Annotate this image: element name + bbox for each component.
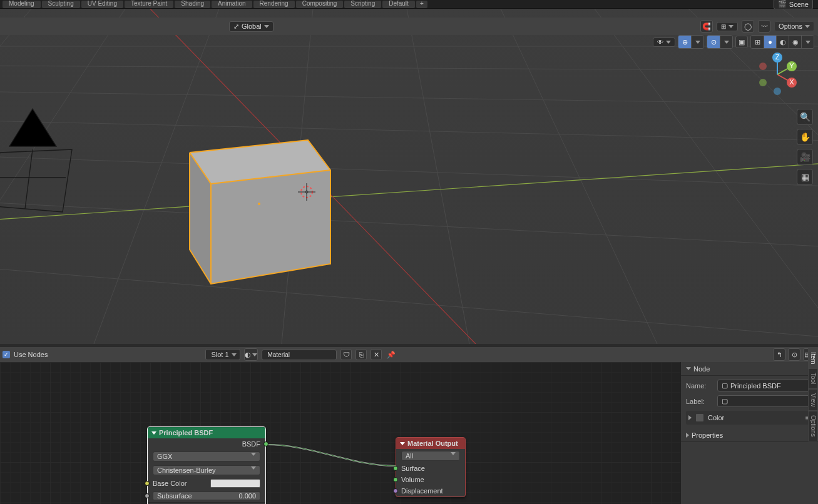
overlay-toggle[interactable]: ⊙ xyxy=(707,36,720,48)
output-target-dropdown[interactable]: All xyxy=(401,451,460,461)
label-label: Label: xyxy=(686,398,713,405)
scene-icon: 🎬 xyxy=(778,0,787,8)
basecolor-swatch[interactable] xyxy=(210,479,260,488)
node-sidebar: Node⠿ Name:▢Principled BSDF Label:▢ Colo… xyxy=(680,362,818,504)
basecolor-label: Base Color xyxy=(153,480,187,487)
displacement-socket[interactable] xyxy=(393,488,398,493)
use-nodes-checkbox[interactable]: ✓ xyxy=(3,351,10,358)
new-material-button[interactable]: ⎘ xyxy=(355,349,367,360)
sss-method-dropdown[interactable]: Christensen-Burley xyxy=(153,465,260,475)
bsdf-output-label: BSDF xyxy=(242,440,260,448)
svg-rect-0 xyxy=(0,9,818,344)
tab-compositing[interactable]: Compositing xyxy=(296,1,344,8)
material-name-input[interactable]: Material xyxy=(262,350,337,360)
tab-default[interactable]: Default xyxy=(382,1,415,8)
orientation-dropdown[interactable]: ⤢ Global xyxy=(229,21,274,32)
tab-modeling[interactable]: Modeling xyxy=(3,1,41,8)
unlink-material-button[interactable]: ✕ xyxy=(371,349,382,360)
shading-dropdown[interactable] xyxy=(801,36,814,48)
vtab-options[interactable]: Options xyxy=(808,411,818,441)
gizmo-dropdown[interactable] xyxy=(691,36,703,48)
node-header: ✓ Use Nodes Slot 1 ◐ Material 🛡 ⎘ ✕ 📌 ↰ … xyxy=(0,347,818,362)
snap-node-button[interactable]: ⊙ xyxy=(788,348,800,361)
tab-shading[interactable]: Shading xyxy=(175,1,210,8)
node-editor: ✓ Use Nodes Slot 1 ◐ Material 🛡 ⎘ ✕ 📌 ↰ … xyxy=(0,347,818,504)
shading-wireframe[interactable]: ⊞ xyxy=(751,36,764,48)
expand-icon[interactable] xyxy=(688,415,692,420)
pin-button[interactable]: 📌 xyxy=(386,349,397,360)
name-label: Name: xyxy=(686,382,713,390)
node-icon: ▢ xyxy=(722,397,728,405)
tab-scripting[interactable]: Scripting xyxy=(344,1,381,8)
subsurface-field[interactable]: Subsurface0.000 xyxy=(153,491,260,500)
viewport-nav-tools: 🔍 ✋ 🎥 ▦ xyxy=(797,109,813,185)
xray-toggle[interactable]: ▣ xyxy=(735,36,748,48)
workspace-tabs: Modeling Sculpting UV Editing Texture Pa… xyxy=(0,0,818,9)
viewport-3d[interactable]: ⤢ Global 🧲 ⊞ ◯ 〰 Options 👁 ⊕ ⊙ ▣ ⊞ ● ◐ ◉ xyxy=(0,9,818,344)
viewport-overlays: 👁 ⊕ ⊙ ▣ ⊞ ● ◐ ◉ xyxy=(653,35,814,49)
use-nodes-label: Use Nodes xyxy=(14,351,48,358)
viewport-grid xyxy=(0,9,818,344)
viewport-header: ⤢ Global 🧲 ⊞ ◯ 〰 Options xyxy=(0,18,818,35)
shading-material[interactable]: ◐ xyxy=(776,36,789,48)
svg-point-28 xyxy=(258,203,260,205)
bsdf-output-socket[interactable] xyxy=(263,441,268,446)
properties-panel-header[interactable]: Properties⠿ xyxy=(681,428,818,442)
tab-uvediting[interactable]: UV Editing xyxy=(81,1,123,8)
pan-icon[interactable]: ✋ xyxy=(797,129,813,145)
options-dropdown[interactable]: Options xyxy=(774,21,814,31)
tab-rendering[interactable]: Rendering xyxy=(253,1,295,8)
surface-socket[interactable] xyxy=(393,466,398,471)
node-label-input[interactable]: ▢ xyxy=(717,395,813,407)
vtab-item[interactable]: Item xyxy=(808,348,818,368)
svg-text:Y: Y xyxy=(789,62,794,69)
tab-texturepaint[interactable]: Texture Paint xyxy=(125,1,173,8)
volume-socket[interactable] xyxy=(393,477,398,482)
orientation-icon: ⤢ xyxy=(233,23,239,31)
fake-user-button[interactable]: 🛡 xyxy=(340,349,352,360)
material-browse[interactable]: ◐ xyxy=(244,348,258,361)
node-canvas[interactable]: Principled BSDF BSDF GGX Christensen-Bur… xyxy=(0,362,680,504)
volume-label: Volume xyxy=(401,476,424,483)
visibility-dropdown[interactable]: 👁 xyxy=(653,38,675,47)
surface-label: Surface xyxy=(401,465,425,472)
scene-dropdown[interactable]: 🎬 Scene xyxy=(774,0,813,9)
overlay-dropdown[interactable] xyxy=(720,36,732,48)
parent-node-button[interactable]: ↰ xyxy=(773,348,785,361)
vtab-tool[interactable]: Tool xyxy=(808,368,818,388)
tab-animation[interactable]: Animation xyxy=(212,1,252,8)
distribution-dropdown[interactable]: GGX xyxy=(153,451,260,461)
node-panel-header[interactable]: Node⠿ xyxy=(681,362,818,376)
subsurface-socket[interactable] xyxy=(145,493,150,498)
snap-dropdown[interactable]: ⊞ xyxy=(717,22,738,31)
svg-point-43 xyxy=(759,79,767,86)
proportional-toggle[interactable]: ◯ xyxy=(742,20,754,33)
orientation-label: Global xyxy=(242,23,262,30)
sidebar-vertical-tabs: Item Tool View Options xyxy=(808,348,818,441)
node-title[interactable]: Material Output xyxy=(396,438,465,449)
tab-sculpting[interactable]: Sculpting xyxy=(42,1,80,8)
basecolor-socket[interactable] xyxy=(145,481,150,486)
vtab-view[interactable]: View xyxy=(808,389,818,411)
perspective-icon[interactable]: ▦ xyxy=(797,169,813,185)
svg-point-44 xyxy=(774,88,781,95)
snap-toggle[interactable]: 🧲 xyxy=(700,20,713,33)
shading-rendered[interactable]: ◉ xyxy=(789,36,801,48)
svg-text:X: X xyxy=(789,78,794,86)
node-material-output[interactable]: Material Output All Surface Volume Displ… xyxy=(396,437,466,497)
color-checkbox[interactable] xyxy=(695,413,704,422)
displacement-label: Displacement xyxy=(401,487,443,495)
node-name-input[interactable]: ▢Principled BSDF xyxy=(717,380,813,391)
zoom-icon[interactable]: 🔍 xyxy=(797,109,813,125)
svg-point-42 xyxy=(759,63,767,70)
proportional-dropdown[interactable]: 〰 xyxy=(758,20,770,33)
scene-name: Scene xyxy=(789,1,809,8)
add-workspace-button[interactable]: + xyxy=(416,1,427,8)
nav-gizmo[interactable]: X Y Z xyxy=(755,53,799,96)
node-principled-bsdf[interactable]: Principled BSDF BSDF GGX Christensen-Bur… xyxy=(147,426,266,504)
camera-icon[interactable]: 🎥 xyxy=(797,149,813,165)
slot-dropdown[interactable]: Slot 1 xyxy=(205,349,240,360)
gizmo-toggle[interactable]: ⊕ xyxy=(678,36,691,48)
node-title[interactable]: Principled BSDF xyxy=(148,427,265,438)
shading-solid[interactable]: ● xyxy=(764,36,776,48)
